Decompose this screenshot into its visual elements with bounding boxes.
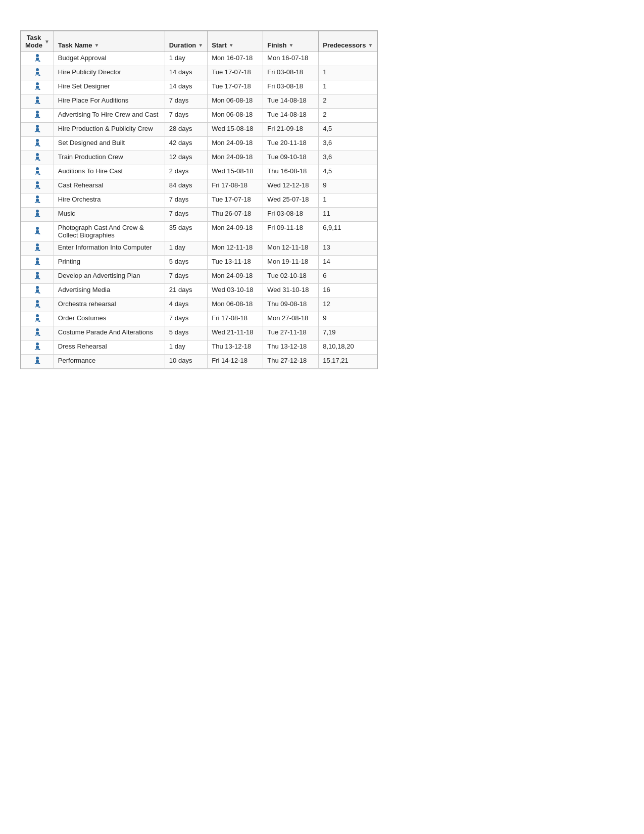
svg-rect-31 (36, 199, 39, 202)
svg-point-48 (36, 286, 39, 289)
svg-rect-34 (36, 213, 39, 216)
predecessors-cell: 1 (319, 66, 377, 80)
task-mode-icon (32, 299, 42, 309)
duration-cell: 84 days (165, 179, 207, 193)
task-name-cell: Printing (54, 256, 165, 270)
task-mode-icon (32, 242, 42, 253)
duration-cell: 28 days (165, 123, 207, 137)
task-mode-icon (32, 124, 42, 134)
finish-cell: Wed 31-10-18 (263, 284, 319, 298)
start-cell: Tue 17-07-18 (208, 66, 263, 80)
task-mode-cell (21, 165, 54, 179)
table-row: Cast Rehearsal84 daysFri 17-08-18Wed 12-… (21, 179, 377, 193)
finish-cell: Tue 09-10-18 (263, 151, 319, 165)
start-cell: Thu 13-12-18 (208, 340, 263, 355)
svg-point-39 (36, 243, 39, 247)
start-cell: Mon 12-11-18 (208, 241, 263, 256)
finish-cell: Mon 12-11-18 (263, 241, 319, 256)
predecessors-cell: 1 (319, 193, 377, 208)
sort-arrow-task-mode: ▼ (44, 39, 49, 44)
svg-rect-7 (36, 86, 39, 88)
duration-cell: 5 days (165, 256, 207, 270)
predecessors-cell: 4,5 (319, 165, 377, 179)
col-header-predecessors[interactable]: Predecessors ▼ (319, 31, 377, 52)
start-cell: Fri 17-08-18 (208, 312, 263, 326)
table-row: Order Costumes7 daysFri 17-08-18Mon 27-0… (21, 312, 377, 326)
table-row: Auditions To Hire Cast2 daysWed 15-08-18… (21, 165, 377, 179)
task-mode-cell (21, 298, 54, 312)
svg-rect-28 (36, 185, 39, 187)
svg-rect-19 (36, 142, 39, 145)
duration-cell: 12 days (165, 151, 207, 165)
predecessors-cell: 13 (319, 241, 377, 256)
col-header-start[interactable]: Start ▼ (208, 31, 263, 52)
predecessors-cell: 16 (319, 284, 377, 298)
col-header-start-label: Start (212, 41, 227, 49)
task-name-cell: Develop an Advertising Plan (54, 270, 165, 284)
svg-point-54 (36, 314, 39, 317)
predecessors-cell: 9 (319, 179, 377, 193)
svg-point-3 (36, 68, 39, 71)
task-mode-cell (21, 340, 54, 355)
col-header-task-mode[interactable]: TaskMode ▼ (21, 31, 54, 52)
sort-arrow-predecessors: ▼ (368, 42, 373, 48)
svg-rect-25 (36, 171, 39, 173)
task-mode-icon (32, 356, 42, 366)
svg-rect-4 (36, 72, 39, 74)
table-row: Costume Parade And Alterations5 daysWed … (21, 326, 377, 340)
table-row: Orchestra rehearsal4 daysMon 06-08-18Thu… (21, 298, 377, 312)
finish-cell: Fri 21-09-18 (263, 123, 319, 137)
duration-cell: 7 days (165, 270, 207, 284)
svg-rect-1 (36, 58, 39, 60)
svg-rect-46 (36, 275, 39, 278)
svg-point-27 (36, 181, 39, 184)
svg-rect-13 (36, 114, 39, 117)
task-mode-cell (21, 241, 54, 256)
task-mode-icon (32, 341, 42, 352)
table-row: Hire Place For Auditions7 daysMon 06-08-… (21, 94, 377, 109)
sort-arrow-start: ▼ (229, 42, 234, 48)
task-mode-cell (21, 80, 54, 94)
svg-point-63 (36, 357, 39, 360)
task-mode-cell (21, 312, 54, 326)
col-header-task-name[interactable]: Task Name ▼ (54, 31, 165, 52)
start-cell: Mon 24-09-18 (208, 137, 263, 151)
finish-cell: Tue 02-10-18 (263, 270, 319, 284)
predecessors-cell: 4,5 (319, 123, 377, 137)
duration-cell: 1 day (165, 241, 207, 256)
svg-rect-61 (36, 346, 39, 349)
task-mode-icon (32, 95, 42, 106)
task-name-cell: Train Production Crew (54, 151, 165, 165)
svg-point-30 (36, 195, 39, 199)
task-mode-icon (32, 209, 42, 219)
svg-point-45 (36, 272, 39, 275)
task-name-cell: Costume Parade And Alterations (54, 326, 165, 340)
col-header-duration[interactable]: Duration ▼ (165, 31, 207, 52)
task-name-cell: Performance (54, 355, 165, 369)
finish-cell: Fri 09-11-18 (263, 222, 319, 241)
svg-point-51 (36, 300, 39, 303)
finish-cell: Thu 27-12-18 (263, 355, 319, 369)
finish-cell: Thu 09-08-18 (263, 298, 319, 312)
svg-point-0 (36, 54, 39, 57)
svg-rect-10 (36, 100, 39, 103)
duration-cell: 1 day (165, 52, 207, 66)
col-header-finish[interactable]: Finish ▼ (263, 31, 319, 52)
task-mode-cell (21, 123, 54, 137)
task-name-cell: Auditions To Hire Cast (54, 165, 165, 179)
predecessors-cell: 8,10,18,20 (319, 340, 377, 355)
sort-arrow-finish: ▼ (289, 42, 294, 48)
task-name-cell: Budget Approval (54, 52, 165, 66)
predecessors-cell (319, 52, 377, 66)
project-table: TaskMode ▼ Task Name ▼ Duration ▼ (20, 30, 378, 369)
start-cell: Mon 24-09-18 (208, 270, 263, 284)
duration-cell: 14 days (165, 66, 207, 80)
table-row: Advertising To Hire Crew and Cast7 daysM… (21, 109, 377, 123)
finish-cell: Tue 27-11-18 (263, 326, 319, 340)
table-row: Hire Publicity Director14 daysTue 17-07-… (21, 66, 377, 80)
start-cell: Mon 06-08-18 (208, 109, 263, 123)
col-header-finish-label: Finish (267, 41, 286, 49)
start-cell: Wed 15-08-18 (208, 165, 263, 179)
duration-cell: 21 days (165, 284, 207, 298)
finish-cell: Wed 12-12-18 (263, 179, 319, 193)
